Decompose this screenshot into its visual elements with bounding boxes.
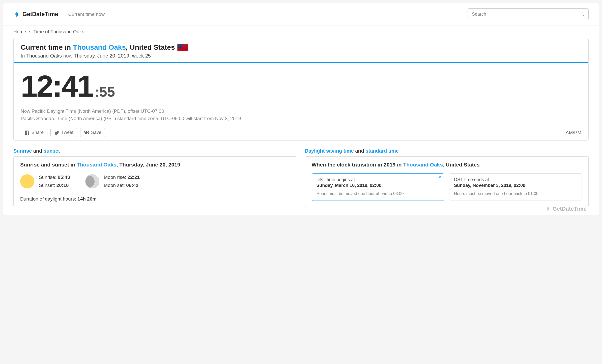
us-flag-icon [177, 44, 188, 51]
timezone-current: Now Pacific Daylight Time (North America… [21, 108, 581, 115]
logo-icon [13, 11, 20, 18]
sun-icon [20, 174, 34, 188]
tagline: Current time now [68, 12, 105, 17]
sunset-value: Sunset: 20:10 [39, 181, 70, 189]
sunrise-link[interactable]: Sunrise [13, 148, 32, 154]
city-link[interactable]: Thousand Oaks [73, 43, 126, 51]
sunrise-panel: Sunrise and sunset in Thousand Oaks, Thu… [13, 156, 297, 207]
save-vk-button[interactable]: Save [80, 128, 105, 137]
dst-city-link[interactable]: Thousand Oaks [403, 162, 443, 167]
active-dot-icon [439, 176, 441, 178]
moonset-value: Moon set: 08:42 [104, 181, 140, 189]
search-input[interactable] [468, 8, 589, 20]
search-wrap [468, 8, 589, 20]
sunrise-value: Sunrise: 05:43 [39, 173, 70, 181]
vk-icon [84, 130, 89, 135]
brand-name: GetDateTime [22, 11, 58, 18]
dst-begins-card[interactable]: DST time begins at Sunday, March 10, 201… [312, 173, 444, 201]
facebook-icon [24, 130, 30, 135]
dst-ends-card[interactable]: DST time ends at Sunday, November 3, 201… [449, 173, 582, 201]
clock-ss: :55 [95, 83, 115, 100]
main-time-card: Current time in Thousand Oaks, United St… [13, 38, 589, 141]
share-twitter-button[interactable]: Tweet [50, 128, 77, 137]
share-facebook-button[interactable]: Share [21, 128, 47, 137]
sunrise-city-link[interactable]: Thousand Oaks [77, 162, 117, 167]
standard-time-link[interactable]: standard time [366, 148, 399, 154]
search-icon [580, 12, 585, 17]
sunset-link[interactable]: sunset [44, 148, 60, 154]
breadcrumb: Home › Time of Thousand Oaks [3, 25, 599, 38]
logo-block[interactable]: GetDateTime [13, 11, 58, 18]
dst-panel-title: When the clock transition in 2019 in Tho… [312, 162, 582, 168]
chevron-right-icon: › [29, 29, 31, 34]
twitter-icon [54, 130, 59, 135]
dst-section-title: Daylight saving time and standard time [305, 148, 589, 154]
moonrise-value: Moon rise: 22:21 [104, 173, 140, 181]
ampm-toggle[interactable]: AM/PM [566, 130, 581, 135]
page-title: Current time in Thousand Oaks, United St… [21, 43, 581, 51]
breadcrumb-current: Time of Thousand Oaks [33, 29, 84, 34]
timezone-upcoming: Pacific Standard Time (North America) (P… [21, 115, 581, 122]
sunrise-panel-title: Sunrise and sunset in Thousand Oaks, Thu… [20, 162, 291, 168]
breadcrumb-home[interactable]: Home [13, 29, 26, 34]
sunrise-section-title: Sunrise and sunset [13, 148, 297, 154]
clock: 12:41 :55 [21, 71, 581, 101]
dst-panel: When the clock transition in 2019 in Tho… [305, 156, 589, 207]
daylight-duration: Duration of daylight hours: 14h 26m [20, 196, 291, 202]
clock-hhmm: 12:41 [21, 71, 93, 101]
moon-icon [85, 174, 99, 188]
dst-link[interactable]: Daylight saving time [305, 148, 354, 154]
top-bar: GetDateTime Current time now [3, 3, 599, 25]
subtitle: In Thousand Oaks now Thursday, June 20, … [21, 53, 581, 59]
